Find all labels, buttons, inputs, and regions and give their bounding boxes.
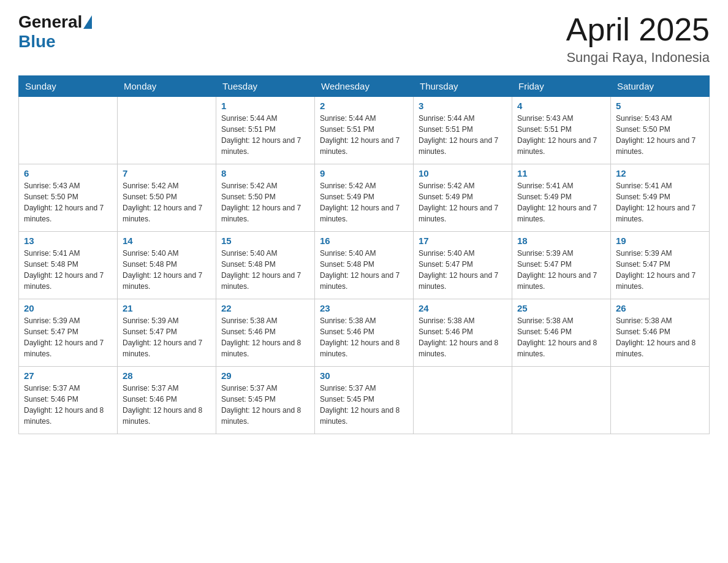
day-info: Sunrise: 5:41 AMSunset: 5:48 PMDaylight:… bbox=[24, 248, 112, 292]
day-info: Sunrise: 5:39 AMSunset: 5:47 PMDaylight:… bbox=[517, 248, 605, 292]
day-info: Sunrise: 5:42 AMSunset: 5:50 PMDaylight:… bbox=[123, 180, 211, 224]
calendar-header-sunday: Sunday bbox=[19, 76, 118, 97]
calendar-table: SundayMondayTuesdayWednesdayThursdayFrid… bbox=[18, 75, 710, 434]
day-info: Sunrise: 5:42 AMSunset: 5:50 PMDaylight:… bbox=[221, 180, 309, 224]
calendar-cell bbox=[414, 367, 512, 434]
calendar-cell: 26Sunrise: 5:38 AMSunset: 5:46 PMDayligh… bbox=[611, 299, 710, 367]
calendar-cell bbox=[19, 97, 118, 164]
calendar-cell: 28Sunrise: 5:37 AMSunset: 5:46 PMDayligh… bbox=[118, 367, 216, 434]
day-number: 22 bbox=[221, 303, 309, 313]
day-info: Sunrise: 5:43 AMSunset: 5:50 PMDaylight:… bbox=[24, 180, 112, 224]
day-number: 12 bbox=[616, 168, 704, 178]
day-number: 21 bbox=[123, 303, 211, 313]
calendar-week-row: 6Sunrise: 5:43 AMSunset: 5:50 PMDaylight… bbox=[19, 164, 710, 232]
day-info: Sunrise: 5:40 AMSunset: 5:48 PMDaylight:… bbox=[221, 248, 309, 292]
day-number: 13 bbox=[24, 236, 112, 246]
calendar-cell: 9Sunrise: 5:42 AMSunset: 5:49 PMDaylight… bbox=[315, 164, 414, 232]
day-number: 10 bbox=[419, 168, 507, 178]
calendar-cell: 5Sunrise: 5:43 AMSunset: 5:50 PMDaylight… bbox=[611, 97, 710, 164]
day-info: Sunrise: 5:41 AMSunset: 5:49 PMDaylight:… bbox=[517, 180, 605, 224]
calendar-cell: 21Sunrise: 5:39 AMSunset: 5:47 PMDayligh… bbox=[118, 299, 216, 367]
calendar-week-row: 13Sunrise: 5:41 AMSunset: 5:48 PMDayligh… bbox=[19, 232, 710, 299]
day-info: Sunrise: 5:40 AMSunset: 5:48 PMDaylight:… bbox=[123, 248, 211, 292]
calendar-week-row: 1Sunrise: 5:44 AMSunset: 5:51 PMDaylight… bbox=[19, 97, 710, 164]
day-info: Sunrise: 5:44 AMSunset: 5:51 PMDaylight:… bbox=[419, 113, 507, 157]
calendar-header-friday: Friday bbox=[512, 76, 611, 97]
calendar-cell: 27Sunrise: 5:37 AMSunset: 5:46 PMDayligh… bbox=[19, 367, 118, 434]
calendar-cell: 24Sunrise: 5:38 AMSunset: 5:46 PMDayligh… bbox=[414, 299, 512, 367]
day-info: Sunrise: 5:38 AMSunset: 5:46 PMDaylight:… bbox=[517, 315, 605, 359]
day-number: 26 bbox=[616, 303, 704, 313]
calendar-cell: 19Sunrise: 5:39 AMSunset: 5:47 PMDayligh… bbox=[611, 232, 710, 299]
calendar-cell: 14Sunrise: 5:40 AMSunset: 5:48 PMDayligh… bbox=[118, 232, 216, 299]
calendar-header-tuesday: Tuesday bbox=[216, 76, 315, 97]
day-number: 11 bbox=[517, 168, 605, 178]
day-number: 23 bbox=[320, 303, 408, 313]
calendar-cell: 22Sunrise: 5:38 AMSunset: 5:46 PMDayligh… bbox=[216, 299, 315, 367]
logo: General Blue bbox=[18, 12, 93, 52]
day-info: Sunrise: 5:43 AMSunset: 5:51 PMDaylight:… bbox=[517, 113, 605, 157]
day-info: Sunrise: 5:40 AMSunset: 5:48 PMDaylight:… bbox=[320, 248, 408, 292]
day-info: Sunrise: 5:44 AMSunset: 5:51 PMDaylight:… bbox=[221, 113, 309, 157]
day-info: Sunrise: 5:37 AMSunset: 5:45 PMDaylight:… bbox=[221, 383, 309, 427]
day-info: Sunrise: 5:38 AMSunset: 5:46 PMDaylight:… bbox=[419, 315, 507, 359]
calendar-cell: 29Sunrise: 5:37 AMSunset: 5:45 PMDayligh… bbox=[216, 367, 315, 434]
logo-triangle-icon bbox=[83, 15, 92, 29]
day-info: Sunrise: 5:41 AMSunset: 5:49 PMDaylight:… bbox=[616, 180, 704, 224]
calendar-week-row: 27Sunrise: 5:37 AMSunset: 5:46 PMDayligh… bbox=[19, 367, 710, 434]
day-number: 29 bbox=[221, 370, 309, 381]
day-number: 1 bbox=[221, 101, 309, 111]
calendar-cell: 23Sunrise: 5:38 AMSunset: 5:46 PMDayligh… bbox=[315, 299, 414, 367]
calendar-cell: 25Sunrise: 5:38 AMSunset: 5:46 PMDayligh… bbox=[512, 299, 611, 367]
calendar-cell bbox=[512, 367, 611, 434]
day-info: Sunrise: 5:37 AMSunset: 5:46 PMDaylight:… bbox=[123, 383, 211, 427]
day-info: Sunrise: 5:42 AMSunset: 5:49 PMDaylight:… bbox=[419, 180, 507, 224]
calendar-cell: 30Sunrise: 5:37 AMSunset: 5:45 PMDayligh… bbox=[315, 367, 414, 434]
logo-general-text: General bbox=[18, 12, 82, 32]
day-info: Sunrise: 5:37 AMSunset: 5:46 PMDaylight:… bbox=[24, 383, 112, 427]
day-info: Sunrise: 5:43 AMSunset: 5:50 PMDaylight:… bbox=[616, 113, 704, 157]
calendar-cell: 18Sunrise: 5:39 AMSunset: 5:47 PMDayligh… bbox=[512, 232, 611, 299]
day-number: 6 bbox=[24, 168, 112, 178]
calendar-header-wednesday: Wednesday bbox=[315, 76, 414, 97]
day-number: 28 bbox=[123, 370, 211, 381]
day-info: Sunrise: 5:39 AMSunset: 5:47 PMDaylight:… bbox=[616, 248, 704, 292]
day-info: Sunrise: 5:42 AMSunset: 5:49 PMDaylight:… bbox=[320, 180, 408, 224]
day-number: 24 bbox=[419, 303, 507, 313]
day-number: 16 bbox=[320, 236, 408, 246]
calendar-cell: 20Sunrise: 5:39 AMSunset: 5:47 PMDayligh… bbox=[19, 299, 118, 367]
calendar-cell: 15Sunrise: 5:40 AMSunset: 5:48 PMDayligh… bbox=[216, 232, 315, 299]
day-number: 27 bbox=[24, 370, 112, 381]
subtitle: Sungai Raya, Indonesia bbox=[566, 50, 710, 66]
calendar-header-row: SundayMondayTuesdayWednesdayThursdayFrid… bbox=[19, 76, 710, 97]
page-title: April 2025 bbox=[566, 12, 710, 47]
day-number: 18 bbox=[517, 236, 605, 246]
calendar-cell: 8Sunrise: 5:42 AMSunset: 5:50 PMDaylight… bbox=[216, 164, 315, 232]
day-info: Sunrise: 5:44 AMSunset: 5:51 PMDaylight:… bbox=[320, 113, 408, 157]
calendar-header-saturday: Saturday bbox=[611, 76, 710, 97]
day-number: 3 bbox=[419, 101, 507, 111]
day-info: Sunrise: 5:38 AMSunset: 5:46 PMDaylight:… bbox=[221, 315, 309, 359]
calendar-cell: 12Sunrise: 5:41 AMSunset: 5:49 PMDayligh… bbox=[611, 164, 710, 232]
calendar-cell: 2Sunrise: 5:44 AMSunset: 5:51 PMDaylight… bbox=[315, 97, 414, 164]
day-number: 19 bbox=[616, 236, 704, 246]
day-info: Sunrise: 5:37 AMSunset: 5:45 PMDaylight:… bbox=[320, 383, 408, 427]
calendar-header-monday: Monday bbox=[118, 76, 216, 97]
calendar-cell: 1Sunrise: 5:44 AMSunset: 5:51 PMDaylight… bbox=[216, 97, 315, 164]
calendar-header-thursday: Thursday bbox=[414, 76, 512, 97]
day-number: 17 bbox=[419, 236, 507, 246]
day-number: 25 bbox=[517, 303, 605, 313]
calendar-cell: 13Sunrise: 5:41 AMSunset: 5:48 PMDayligh… bbox=[19, 232, 118, 299]
day-info: Sunrise: 5:38 AMSunset: 5:46 PMDaylight:… bbox=[616, 315, 704, 359]
calendar-cell: 7Sunrise: 5:42 AMSunset: 5:50 PMDaylight… bbox=[118, 164, 216, 232]
calendar-cell bbox=[118, 97, 216, 164]
day-number: 7 bbox=[123, 168, 211, 178]
calendar-cell: 6Sunrise: 5:43 AMSunset: 5:50 PMDaylight… bbox=[19, 164, 118, 232]
calendar-cell bbox=[611, 367, 710, 434]
day-info: Sunrise: 5:39 AMSunset: 5:47 PMDaylight:… bbox=[24, 315, 112, 359]
day-number: 15 bbox=[221, 236, 309, 246]
calendar-cell: 10Sunrise: 5:42 AMSunset: 5:49 PMDayligh… bbox=[414, 164, 512, 232]
day-info: Sunrise: 5:40 AMSunset: 5:47 PMDaylight:… bbox=[419, 248, 507, 292]
day-number: 2 bbox=[320, 101, 408, 111]
logo-blue-text: Blue bbox=[18, 32, 56, 52]
